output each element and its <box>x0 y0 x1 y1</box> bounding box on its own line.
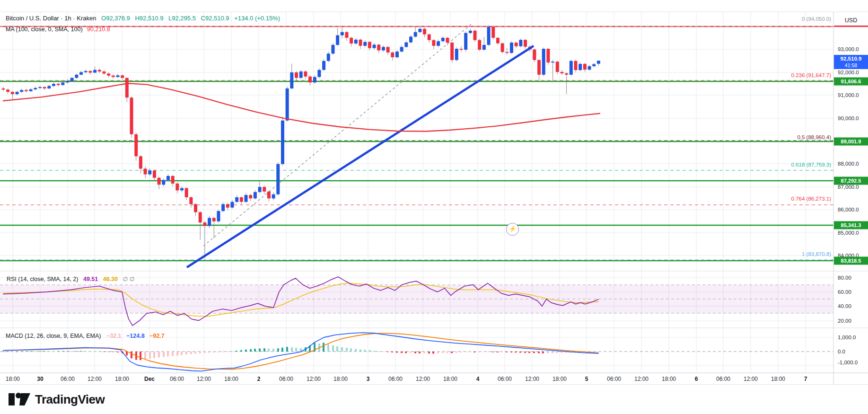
time-axis-label[interactable]: 6 <box>695 376 698 382</box>
time-axis-label[interactable]: 3 <box>367 376 370 382</box>
time-axis-label[interactable]: 06:00 <box>716 376 730 382</box>
macd-hist-bar <box>103 352 105 352</box>
chart-canvas[interactable] <box>0 0 868 384</box>
candle-body <box>70 78 74 81</box>
time-axis-label[interactable]: 7 <box>804 376 807 382</box>
macd-hist-bar <box>332 345 334 352</box>
candle-body <box>533 50 536 60</box>
time-axis-label[interactable]: 5 <box>585 376 588 382</box>
time-axis-label[interactable]: 18:00 <box>552 376 567 382</box>
price-axis-label[interactable]: 40.00 <box>838 303 851 309</box>
price-axis-label[interactable]: 0.0 <box>838 349 845 354</box>
time-axis-label[interactable]: 18:00 <box>224 376 238 382</box>
candle-body <box>570 61 573 75</box>
macd-hist-bar <box>12 352 14 352</box>
price-level-badge: 91,606.6 <box>834 78 868 86</box>
macd-hist-bar <box>446 352 448 353</box>
time-axis-label[interactable]: 06:00 <box>607 376 621 382</box>
price-axis-label[interactable]: 92,000.0 <box>838 70 859 75</box>
time-axis-label[interactable]: 12:00 <box>744 376 758 382</box>
candle-body <box>354 40 358 44</box>
candle-body <box>79 72 83 75</box>
time-axis-label[interactable]: 12:00 <box>525 376 539 382</box>
time-axis-label[interactable]: 4 <box>476 376 480 382</box>
time-axis-label[interactable]: 12:00 <box>416 376 430 382</box>
macd-hist-bar <box>231 351 233 352</box>
time-axis-label[interactable]: 18:00 <box>443 376 457 382</box>
symbol-legend[interactable]: Bitcoin / U.S. Dollar · 1h · Kraken O92,… <box>6 15 280 22</box>
time-axis-label[interactable]: 06:00 <box>279 376 293 382</box>
macd-hist-bar <box>373 351 375 352</box>
tradingview-logo-icon[interactable] <box>8 389 32 410</box>
candle-body <box>359 40 362 46</box>
candle-body <box>16 92 19 94</box>
candle-body <box>235 197 238 202</box>
candle-body <box>588 66 591 70</box>
candle-body <box>75 75 78 78</box>
time-axis-label[interactable]: 30 <box>37 376 43 382</box>
macd-hist-bar <box>483 352 485 352</box>
ma-legend[interactable]: MA (100, close, 0, SMA, 100) 90,210.8 <box>6 26 110 33</box>
macd-hist-bar <box>456 352 457 353</box>
candle-body <box>88 71 92 72</box>
last-price: 92,510.9 <box>834 55 868 62</box>
symbol-title[interactable]: Bitcoin / U.S. Dollar · 1h · Kraken <box>6 15 96 22</box>
price-axis-currency[interactable]: USD <box>834 17 868 24</box>
time-axis-label[interactable]: 18:00 <box>115 376 129 382</box>
macd-hist-bar <box>460 352 462 352</box>
time-axis-label[interactable]: 12:00 <box>88 376 102 382</box>
time-axis-label[interactable]: 06:00 <box>170 376 184 382</box>
candle-body <box>455 49 458 60</box>
tradingview-logo-text[interactable]: TradingView <box>35 392 105 407</box>
price-axis-label[interactable]: 90,000.0 <box>838 115 859 121</box>
rsi-legend[interactable]: RSI (14, close, SMA, 14, 2) 49.51 46.30 … <box>6 275 136 282</box>
time-axis-label[interactable]: 2 <box>257 376 261 382</box>
time-axis-label[interactable]: 12:00 <box>634 376 649 382</box>
price-axis-label[interactable]: 86,000.0 <box>838 207 859 212</box>
price-axis-label[interactable]: 93,000.0 <box>838 46 859 52</box>
macd-hist-bar <box>277 348 279 352</box>
price-axis-label[interactable]: 20.00 <box>838 318 851 324</box>
lightning-icon[interactable]: ⚡ <box>506 223 519 236</box>
time-axis-label[interactable]: 06:00 <box>388 376 403 382</box>
candle-body <box>482 45 486 50</box>
candle-body <box>377 44 380 50</box>
candle-body <box>304 71 307 77</box>
macd-legend[interactable]: MACD (12, 26, close, 9, EMA, EMA) −32.1 … <box>6 333 165 339</box>
time-axis-label[interactable]: 06:00 <box>498 376 512 382</box>
candle-body <box>327 53 330 61</box>
time-axis-label[interactable]: 18:00 <box>771 376 785 382</box>
price-axis-label[interactable]: 87,000.0 <box>838 184 859 190</box>
price-axis-label[interactable]: 60.00 <box>838 289 851 295</box>
time-axis-label[interactable]: 18:00 <box>6 376 20 382</box>
candle-body <box>469 31 472 33</box>
macd-hist-bar <box>144 352 146 360</box>
price-axis-label[interactable]: 80.00 <box>838 275 851 281</box>
macd-hist-bar <box>377 351 379 352</box>
macd-hist-bar <box>35 351 36 352</box>
macd-hist-bar <box>89 351 91 352</box>
time-axis-label[interactable]: Dec <box>144 376 155 382</box>
time-axis-label[interactable]: 06:00 <box>61 376 75 382</box>
price-axis-label[interactable]: 91,000.0 <box>838 92 859 98</box>
macd-hist-bar <box>561 352 562 353</box>
candle-body <box>382 47 385 50</box>
candle-body <box>240 197 243 202</box>
price-axis-label[interactable]: -1,000.0 <box>838 360 858 365</box>
candle-body <box>6 89 9 92</box>
time-axis-label[interactable]: 12:00 <box>197 376 211 382</box>
time-axis-label[interactable]: 18:00 <box>662 376 676 382</box>
candle-body <box>515 43 518 46</box>
time-axis-label[interactable]: 18:00 <box>333 376 348 382</box>
macd-hist-bar <box>44 351 45 352</box>
macd-hist-bar <box>487 352 489 352</box>
time-axis-label[interactable]: 12:00 <box>307 376 321 382</box>
macd-hist-bar <box>410 352 412 353</box>
candle-body <box>524 40 527 47</box>
candle-body <box>199 212 202 222</box>
price-axis-label[interactable]: 88,000.0 <box>838 161 859 167</box>
candle-body <box>400 47 403 52</box>
macd-hist-bar <box>250 349 252 352</box>
price-axis-label[interactable]: 85,000.0 <box>838 230 859 236</box>
price-axis-label[interactable]: 1,000.0 <box>838 335 856 340</box>
